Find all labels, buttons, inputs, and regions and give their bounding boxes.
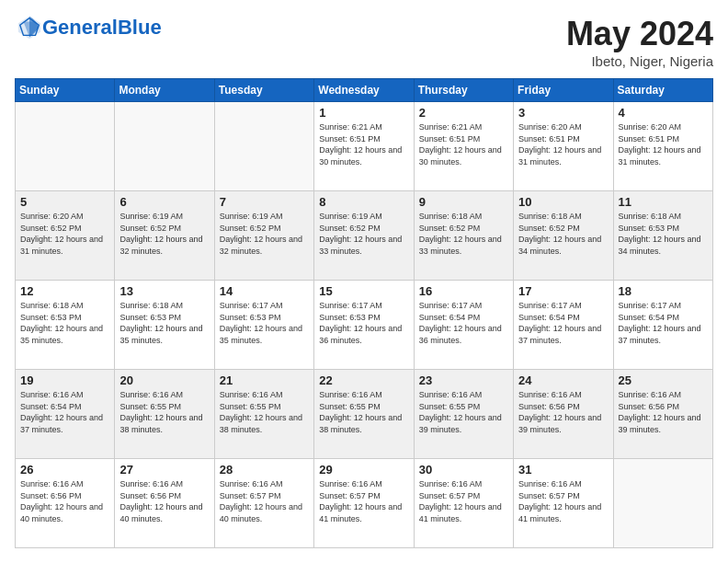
day-info: Sunrise: 6:17 AM Sunset: 6:53 PM Dayligh… [220,300,309,346]
calendar-cell: 17Sunrise: 6:17 AM Sunset: 6:54 PM Dayli… [514,281,613,370]
calendar-cell: 25Sunrise: 6:16 AM Sunset: 6:56 PM Dayli… [613,370,712,459]
day-number: 9 [419,195,508,209]
calendar-cell: 22Sunrise: 6:16 AM Sunset: 6:55 PM Dayli… [314,370,414,459]
calendar-cell: 14Sunrise: 6:17 AM Sunset: 6:53 PM Dayli… [214,281,313,370]
day-info: Sunrise: 6:16 AM Sunset: 6:55 PM Dayligh… [319,389,408,435]
day-info: Sunrise: 6:16 AM Sunset: 6:56 PM Dayligh… [119,478,209,524]
day-info: Sunrise: 6:16 AM Sunset: 6:56 PM Dayligh… [619,389,708,435]
header-sunday: Sunday [16,79,115,102]
day-number: 11 [619,195,708,209]
day-info: Sunrise: 6:16 AM Sunset: 6:54 PM Dayligh… [20,389,109,435]
calendar-cell: 4Sunrise: 6:20 AM Sunset: 6:51 PM Daylig… [613,102,712,191]
week-row-1: 1Sunrise: 6:21 AM Sunset: 6:51 PM Daylig… [16,102,713,191]
day-number: 30 [419,463,508,477]
calendar-cell: 27Sunrise: 6:16 AM Sunset: 6:56 PM Dayli… [115,459,214,548]
day-info: Sunrise: 6:19 AM Sunset: 6:52 PM Dayligh… [119,211,209,257]
day-info: Sunrise: 6:16 AM Sunset: 6:55 PM Dayligh… [419,389,508,435]
calendar-cell [613,459,712,548]
logo-blue: Blue [118,16,162,39]
logo-general: General [42,16,118,39]
day-number: 23 [419,373,508,387]
day-info: Sunrise: 6:17 AM Sunset: 6:54 PM Dayligh… [419,300,508,346]
day-info: Sunrise: 6:17 AM Sunset: 6:54 PM Dayligh… [619,300,708,346]
header-saturday: Saturday [613,79,712,102]
calendar-table: Sunday Monday Tuesday Wednesday Thursday… [15,78,713,548]
day-number: 25 [619,373,708,387]
calendar-subtitle: Ibeto, Niger, Nigeria [566,53,713,69]
day-number: 1 [319,106,408,120]
day-info: Sunrise: 6:20 AM Sunset: 6:51 PM Dayligh… [619,121,708,167]
header-thursday: Thursday [414,79,513,102]
day-number: 8 [319,195,408,209]
day-number: 6 [119,195,209,209]
day-info: Sunrise: 6:20 AM Sunset: 6:52 PM Dayligh… [20,211,109,257]
day-info: Sunrise: 6:20 AM Sunset: 6:51 PM Dayligh… [518,121,608,167]
calendar-cell: 3Sunrise: 6:20 AM Sunset: 6:51 PM Daylig… [514,102,613,191]
day-number: 2 [419,106,508,120]
calendar-cell: 28Sunrise: 6:16 AM Sunset: 6:57 PM Dayli… [214,459,313,548]
calendar-cell [115,102,214,191]
day-info: Sunrise: 6:18 AM Sunset: 6:53 PM Dayligh… [619,211,708,257]
day-info: Sunrise: 6:16 AM Sunset: 6:57 PM Dayligh… [319,478,408,524]
calendar-cell: 5Sunrise: 6:20 AM Sunset: 6:52 PM Daylig… [16,191,115,281]
day-info: Sunrise: 6:18 AM Sunset: 6:52 PM Dayligh… [419,211,508,257]
calendar-cell: 7Sunrise: 6:19 AM Sunset: 6:52 PM Daylig… [214,191,313,281]
calendar-title: May 2024 [566,15,713,53]
day-number: 15 [319,284,408,298]
week-row-2: 5Sunrise: 6:20 AM Sunset: 6:52 PM Daylig… [16,191,713,281]
day-info: Sunrise: 6:16 AM Sunset: 6:55 PM Dayligh… [220,389,309,435]
header-wednesday: Wednesday [314,79,414,102]
day-info: Sunrise: 6:16 AM Sunset: 6:57 PM Dayligh… [518,478,608,524]
day-info: Sunrise: 6:17 AM Sunset: 6:53 PM Dayligh… [319,300,408,346]
calendar-cell: 24Sunrise: 6:16 AM Sunset: 6:56 PM Dayli… [514,370,613,459]
day-number: 31 [518,463,608,477]
day-info: Sunrise: 6:16 AM Sunset: 6:57 PM Dayligh… [220,478,309,524]
calendar-cell: 10Sunrise: 6:18 AM Sunset: 6:52 PM Dayli… [514,191,613,281]
day-number: 13 [119,284,209,298]
day-number: 5 [20,195,109,209]
week-row-5: 26Sunrise: 6:16 AM Sunset: 6:56 PM Dayli… [16,459,713,548]
calendar-cell: 2Sunrise: 6:21 AM Sunset: 6:51 PM Daylig… [414,102,513,191]
calendar-cell: 1Sunrise: 6:21 AM Sunset: 6:51 PM Daylig… [314,102,414,191]
day-number: 21 [220,373,309,387]
day-number: 4 [619,106,708,120]
calendar-cell: 16Sunrise: 6:17 AM Sunset: 6:54 PM Dayli… [414,281,513,370]
title-area: May 2024 Ibeto, Niger, Nigeria [566,15,713,69]
day-number: 19 [20,373,109,387]
calendar-cell: 26Sunrise: 6:16 AM Sunset: 6:56 PM Dayli… [16,459,115,548]
calendar-cell: 20Sunrise: 6:16 AM Sunset: 6:55 PM Dayli… [115,370,214,459]
header-monday: Monday [115,79,214,102]
page: GeneralBlue May 2024 Ibeto, Niger, Niger… [0,0,728,563]
calendar-cell: 18Sunrise: 6:17 AM Sunset: 6:54 PM Dayli… [613,281,712,370]
day-number: 14 [220,284,309,298]
day-info: Sunrise: 6:16 AM Sunset: 6:57 PM Dayligh… [419,478,508,524]
calendar-cell: 6Sunrise: 6:19 AM Sunset: 6:52 PM Daylig… [115,191,214,281]
day-number: 27 [119,463,209,477]
calendar-cell: 23Sunrise: 6:16 AM Sunset: 6:55 PM Dayli… [414,370,513,459]
day-number: 18 [619,284,708,298]
logo-text: GeneralBlue [42,16,162,40]
weekday-header-row: Sunday Monday Tuesday Wednesday Thursday… [16,79,713,102]
header-friday: Friday [514,79,613,102]
day-number: 28 [220,463,309,477]
day-number: 12 [20,284,109,298]
day-info: Sunrise: 6:16 AM Sunset: 6:56 PM Dayligh… [20,478,109,524]
day-number: 29 [319,463,408,477]
header-tuesday: Tuesday [214,79,313,102]
day-number: 26 [20,463,109,477]
calendar-cell: 31Sunrise: 6:16 AM Sunset: 6:57 PM Dayli… [514,459,613,548]
day-info: Sunrise: 6:17 AM Sunset: 6:54 PM Dayligh… [518,300,608,346]
calendar-cell: 30Sunrise: 6:16 AM Sunset: 6:57 PM Dayli… [414,459,513,548]
day-info: Sunrise: 6:21 AM Sunset: 6:51 PM Dayligh… [419,121,508,167]
header: GeneralBlue May 2024 Ibeto, Niger, Niger… [15,15,713,69]
calendar-cell: 19Sunrise: 6:16 AM Sunset: 6:54 PM Dayli… [16,370,115,459]
day-number: 7 [220,195,309,209]
calendar-cell: 9Sunrise: 6:18 AM Sunset: 6:52 PM Daylig… [414,191,513,281]
day-number: 17 [518,284,608,298]
day-info: Sunrise: 6:18 AM Sunset: 6:53 PM Dayligh… [20,300,109,346]
week-row-3: 12Sunrise: 6:18 AM Sunset: 6:53 PM Dayli… [16,281,713,370]
day-info: Sunrise: 6:21 AM Sunset: 6:51 PM Dayligh… [319,121,408,167]
calendar-cell: 8Sunrise: 6:19 AM Sunset: 6:52 PM Daylig… [314,191,414,281]
day-info: Sunrise: 6:16 AM Sunset: 6:55 PM Dayligh… [119,389,209,435]
week-row-4: 19Sunrise: 6:16 AM Sunset: 6:54 PM Dayli… [16,370,713,459]
